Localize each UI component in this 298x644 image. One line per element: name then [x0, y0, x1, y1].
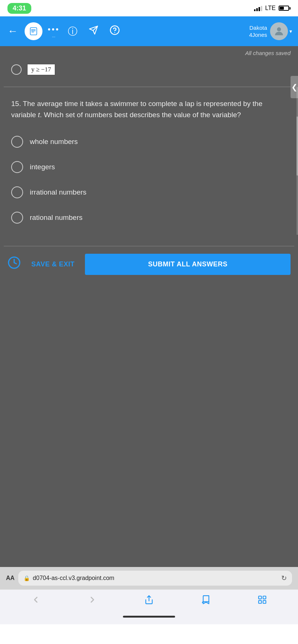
font-size-control[interactable]: AA	[6, 575, 15, 581]
option-radio-integers[interactable]	[11, 161, 23, 173]
bookmarks-button[interactable]	[198, 592, 213, 610]
option-radio-whole-numbers[interactable]	[11, 136, 23, 148]
svg-rect-13	[259, 600, 261, 603]
svg-rect-0	[30, 28, 37, 35]
question-number: 15.	[11, 100, 23, 108]
question-15-section: 15. The average time it takes a swimmer …	[0, 87, 298, 235]
option-label-integers: integers	[30, 163, 55, 171]
send-button[interactable]	[86, 24, 101, 39]
info-button[interactable]: ⓘ	[65, 23, 80, 39]
submit-all-answers-button[interactable]: SUBMIT ALL ANSWERS	[85, 254, 291, 275]
status-bar: 4:31 LTE	[0, 0, 298, 16]
option-label-whole-numbers: whole numbers	[30, 138, 78, 146]
browser-address-bar: AA 🔒 d0704-as-ccl.v3.gradpoint.com ↻	[0, 567, 298, 589]
svg-rect-14	[263, 600, 266, 603]
home-indicator	[0, 612, 298, 624]
back-nav-button[interactable]	[28, 592, 44, 610]
action-bar: SAVE & EXIT SUBMIT ALL ANSWERS	[0, 246, 298, 282]
browser-toolbar	[0, 589, 298, 612]
dropdown-arrow[interactable]: ▾	[289, 28, 292, 34]
option-label-irrational: irrational numbers	[30, 188, 86, 196]
help-button[interactable]	[107, 23, 123, 39]
option-irrational-numbers[interactable]: irrational numbers	[11, 186, 287, 198]
svg-rect-4	[31, 29, 32, 30]
option-label-rational: rational numbers	[30, 214, 83, 222]
forward-nav-button[interactable]	[85, 592, 100, 610]
options-list: whole numbers integers irrational number…	[11, 132, 287, 227]
signal-icon	[254, 5, 262, 11]
back-button[interactable]: ←	[6, 24, 19, 39]
main-content: All changes saved y ≥ −17 ❮ 15. The aver…	[0, 46, 298, 567]
quiz-icon-button[interactable]	[25, 22, 42, 40]
option-whole-numbers[interactable]: whole numbers	[11, 136, 287, 148]
home-bar	[123, 616, 175, 618]
clock-icon[interactable]	[7, 256, 21, 272]
svg-point-8	[277, 27, 281, 31]
save-exit-button[interactable]: SAVE & EXIT	[27, 257, 79, 271]
option-rational-numbers[interactable]: rational numbers	[11, 212, 287, 224]
url-bar[interactable]: 🔒 d0704-as-ccl.v3.gradpoint.com ↻	[18, 571, 292, 586]
share-button[interactable]	[141, 592, 157, 610]
svg-point-7	[114, 32, 115, 32]
lock-icon: 🔒	[23, 575, 30, 581]
user-name: Dakota4Jones	[249, 24, 267, 39]
user-avatar	[270, 22, 288, 40]
svg-rect-11	[259, 596, 261, 599]
prev-answer-expression: y ≥ −17	[27, 64, 56, 76]
svg-rect-12	[263, 596, 266, 599]
more-options-button[interactable]: ••• ...	[48, 25, 60, 38]
user-menu[interactable]: Dakota4Jones ▾	[249, 22, 292, 40]
tabs-button[interactable]	[254, 592, 270, 610]
question-15-text: 15. The average time it takes a swimmer …	[11, 98, 287, 121]
option-radio-rational[interactable]	[11, 212, 23, 224]
status-time: 4:31	[7, 3, 31, 14]
refresh-icon[interactable]: ↻	[281, 574, 287, 582]
saved-status: All changes saved	[0, 46, 298, 58]
prev-question-area: y ≥ −17	[0, 58, 298, 79]
option-radio-irrational[interactable]	[11, 186, 23, 198]
svg-rect-5	[31, 31, 32, 31]
scroll-thumb	[297, 116, 298, 176]
scroll-indicator	[297, 87, 298, 235]
url-text: d0704-as-ccl.v3.gradpoint.com	[33, 575, 278, 581]
prev-radio-button[interactable]	[11, 64, 22, 75]
battery-icon	[279, 6, 291, 11]
more-options-label: ...	[52, 33, 55, 38]
nav-bar: ← ••• ... ⓘ Dakota4Jones	[0, 16, 298, 46]
option-integers[interactable]: integers	[11, 161, 287, 173]
lte-label: LTE	[265, 5, 276, 12]
status-right: LTE	[254, 5, 291, 12]
